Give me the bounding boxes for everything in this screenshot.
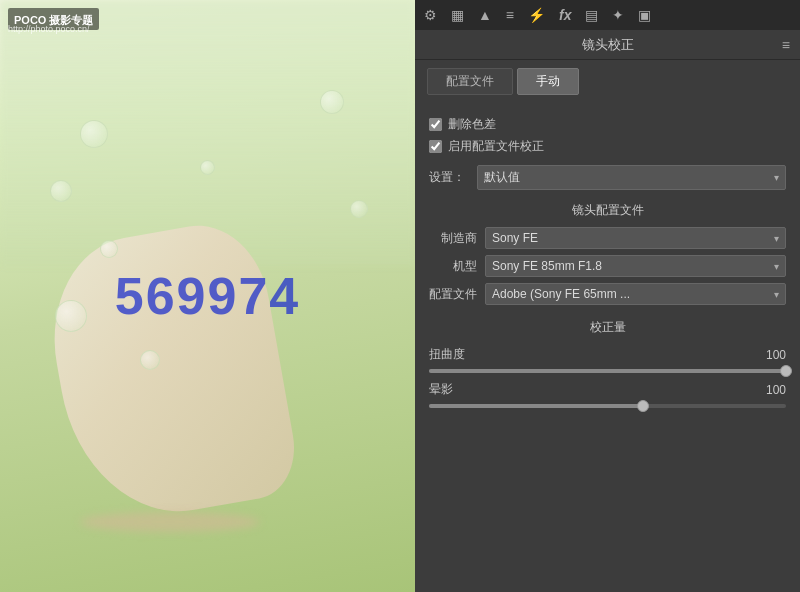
distortion-label: 扭曲度: [429, 346, 465, 363]
bubble: [320, 90, 344, 114]
remove-chromatic-label: 删除色差: [448, 116, 496, 133]
watermark: 569974: [115, 266, 301, 326]
settings-label: 设置：: [429, 169, 469, 186]
distortion-thumb[interactable]: [780, 365, 792, 377]
manufacturer-dropdown[interactable]: Sony FE ▾: [485, 227, 786, 249]
manufacturer-row: 制造商 Sony FE ▾: [429, 227, 786, 249]
vignette-header: 晕影 100: [429, 381, 786, 398]
tab-manual[interactable]: 手动: [517, 68, 579, 95]
panel-menu-icon[interactable]: ≡: [782, 37, 790, 53]
fx-icon[interactable]: fx: [556, 5, 574, 25]
model-label: 机型: [429, 258, 477, 275]
photo-panel: POCO 摄影专题 http://photo.poco.cn/ 569974: [0, 0, 415, 592]
list-icon[interactable]: ≡: [503, 5, 517, 25]
bubble: [55, 300, 87, 332]
distortion-fill: [429, 369, 786, 373]
distortion-slider-row: 扭曲度 100: [429, 346, 786, 373]
profile-file-label: 配置文件: [429, 286, 477, 303]
enable-profile-label: 启用配置文件校正: [448, 138, 544, 155]
vignette-slider-row: 晕影 100: [429, 381, 786, 408]
vignette-label: 晕影: [429, 381, 453, 398]
model-value: Sony FE 85mm F1.8: [492, 259, 602, 273]
bubble: [140, 350, 160, 370]
poco-url: http://photo.poco.cn/: [8, 24, 90, 34]
profile-file-row: 配置文件 Adobe (Sony FE 65mm ... ▾: [429, 283, 786, 305]
vignette-track[interactable]: [429, 404, 786, 408]
right-panel: ⚙ ▦ ▲ ≡ ⚡ fx ▤ ✦ ▣ 镜头校正 ≡ 配置文件 手动 删除色差 启…: [415, 0, 800, 592]
settings-row: 设置： 默认值 ▾: [429, 165, 786, 190]
panel-header: 镜头校正 ≡: [415, 30, 800, 60]
distortion-value: 100: [756, 348, 786, 362]
manufacturer-arrow: ▾: [774, 233, 779, 244]
remove-chromatic-row: 删除色差: [429, 116, 786, 133]
bubble: [80, 120, 108, 148]
bubble: [100, 240, 118, 258]
remove-chromatic-checkbox[interactable]: [429, 118, 442, 131]
calendar-icon[interactable]: ▤: [582, 5, 601, 25]
correction-title: 校正量: [429, 319, 786, 336]
distortion-track[interactable]: [429, 369, 786, 373]
tab-profile[interactable]: 配置文件: [427, 68, 513, 95]
manufacturer-value: Sony FE: [492, 231, 538, 245]
model-arrow: ▾: [774, 261, 779, 272]
grid-icon[interactable]: ▦: [448, 5, 467, 25]
settings-dropdown-arrow: ▾: [774, 172, 779, 183]
tabs-row: 配置文件 手动: [415, 60, 800, 103]
lens-profile-section-title: 镜头配置文件: [429, 202, 786, 219]
mountain-icon[interactable]: ▲: [475, 5, 495, 25]
correction-section: 校正量 扭曲度 100 晕影 100: [429, 319, 786, 408]
toolbar: ⚙ ▦ ▲ ≡ ⚡ fx ▤ ✦ ▣: [415, 0, 800, 30]
settings-icon[interactable]: ⚙: [421, 5, 440, 25]
settings-value: 默认值: [484, 169, 520, 186]
manufacturer-label: 制造商: [429, 230, 477, 247]
star-icon[interactable]: ✦: [609, 5, 627, 25]
distortion-header: 扭曲度 100: [429, 346, 786, 363]
model-dropdown[interactable]: Sony FE 85mm F1.8 ▾: [485, 255, 786, 277]
panel-title: 镜头校正: [582, 36, 634, 54]
bubble: [350, 200, 368, 218]
enable-profile-checkbox[interactable]: [429, 140, 442, 153]
vignette-thumb[interactable]: [637, 400, 649, 412]
enable-profile-row: 启用配置文件校正: [429, 138, 786, 155]
bubble: [200, 160, 215, 175]
profile-file-dropdown[interactable]: Adobe (Sony FE 65mm ... ▾: [485, 283, 786, 305]
vignette-value: 100: [756, 383, 786, 397]
profile-file-arrow: ▾: [774, 289, 779, 300]
vignette-fill: [429, 404, 643, 408]
profile-file-value: Adobe (Sony FE 65mm ...: [492, 287, 630, 301]
panel-content: 删除色差 启用配置文件校正 设置： 默认值 ▾ 镜头配置文件 制造商 Sony …: [415, 103, 800, 592]
curve-icon[interactable]: ⚡: [525, 5, 548, 25]
lens-icon[interactable]: ▣: [635, 5, 654, 25]
model-row: 机型 Sony FE 85mm F1.8 ▾: [429, 255, 786, 277]
bubble: [50, 180, 72, 202]
settings-dropdown[interactable]: 默认值 ▾: [477, 165, 786, 190]
